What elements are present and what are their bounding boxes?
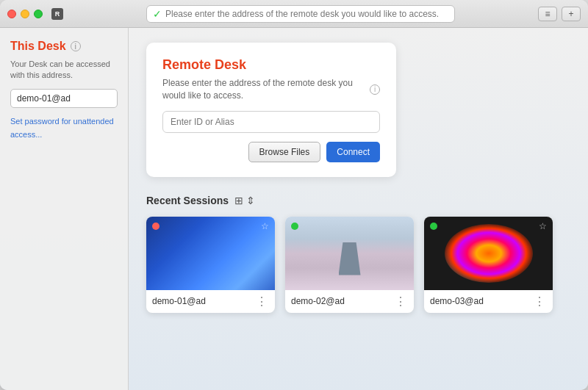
remote-desk-input[interactable] xyxy=(162,111,380,133)
check-icon: ✓ xyxy=(153,8,162,20)
close-button[interactable] xyxy=(7,10,16,18)
add-icon: + xyxy=(568,9,573,19)
status-dot-1 xyxy=(152,223,159,230)
browse-files-button[interactable]: Browse Files xyxy=(248,142,321,162)
right-panel: Remote Desk Please enter the address of … xyxy=(129,28,588,390)
session-thumbnail-1: ☆ xyxy=(146,217,275,290)
grid-view-icon[interactable]: ⊞ ⇕ xyxy=(234,195,255,206)
remote-desk-title: Remote Desk xyxy=(162,57,380,73)
session-name-1: demo-01@ad xyxy=(152,296,206,306)
status-dot-2 xyxy=(291,223,298,230)
main-window: R ✓ ≡ + This Desk i Your Des xyxy=(0,0,588,390)
maximize-button[interactable] xyxy=(34,10,43,18)
set-password-link[interactable]: Set password for unattended access... xyxy=(10,117,114,139)
search-bar: ✓ xyxy=(146,5,455,23)
session-card-3[interactable]: ☆ demo-03@ad ⋮ xyxy=(424,217,553,313)
sidebar-title-text: This Desk xyxy=(10,40,66,53)
info-icon[interactable]: i xyxy=(71,41,81,51)
sessions-grid: ☆ demo-01@ad ⋮ demo-02@ad ⋮ xyxy=(146,217,570,313)
traffic-lights xyxy=(7,10,43,18)
titlebar-actions: ≡ + xyxy=(538,7,581,21)
recent-sessions-header: Recent Sessions ⊞ ⇕ xyxy=(146,195,570,206)
connect-button[interactable]: Connect xyxy=(326,142,380,162)
session-menu-1[interactable]: ⋮ xyxy=(254,295,269,308)
star-icon-1[interactable]: ☆ xyxy=(261,221,269,231)
session-menu-3[interactable]: ⋮ xyxy=(532,295,547,308)
session-footer-1: demo-01@ad ⋮ xyxy=(146,290,275,313)
minimize-button[interactable] xyxy=(21,10,29,18)
session-name-3: demo-03@ad xyxy=(430,296,484,306)
star-icon-3[interactable]: ☆ xyxy=(539,221,547,231)
menu-button[interactable]: ≡ xyxy=(538,7,557,21)
main-content: This Desk i Your Desk can be accessed wi… xyxy=(0,28,588,390)
status-dot-3 xyxy=(430,223,437,230)
session-card-2[interactable]: demo-02@ad ⋮ xyxy=(285,217,414,313)
session-card-1[interactable]: ☆ demo-01@ad ⋮ xyxy=(146,217,275,313)
sidebar-description: Your Desk can be accessed with this addr… xyxy=(10,59,118,82)
search-bar-wrapper: ✓ xyxy=(69,5,532,23)
remote-desk-card: Remote Desk Please enter the address of … xyxy=(146,43,396,177)
sidebar-title: This Desk i xyxy=(10,40,118,53)
session-name-2: demo-02@ad xyxy=(291,296,345,306)
titlebar: R ✓ ≡ + xyxy=(0,0,588,28)
remote-desk-description: Please enter the address of the remote d… xyxy=(162,77,380,102)
session-footer-3: demo-03@ad ⋮ xyxy=(424,290,553,313)
add-tab-button[interactable]: + xyxy=(562,7,581,21)
session-thumbnail-2 xyxy=(285,217,414,290)
app-icon: R xyxy=(51,8,63,20)
remote-desk-actions: Browse Files Connect xyxy=(162,142,380,162)
session-thumbnail-3: ☆ xyxy=(424,217,553,290)
search-input[interactable] xyxy=(165,9,448,19)
address-field[interactable] xyxy=(10,89,118,108)
remote-desk-info-icon[interactable]: i xyxy=(370,84,380,95)
session-footer-2: demo-02@ad ⋮ xyxy=(285,290,414,313)
sidebar: This Desk i Your Desk can be accessed wi… xyxy=(0,28,129,390)
menu-icon: ≡ xyxy=(545,9,550,19)
session-menu-2[interactable]: ⋮ xyxy=(393,295,408,308)
recent-sessions-title: Recent Sessions xyxy=(146,195,229,206)
